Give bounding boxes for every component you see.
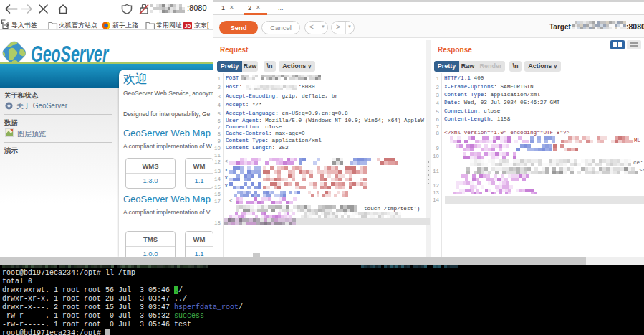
svg-text:JD: JD xyxy=(185,24,191,29)
